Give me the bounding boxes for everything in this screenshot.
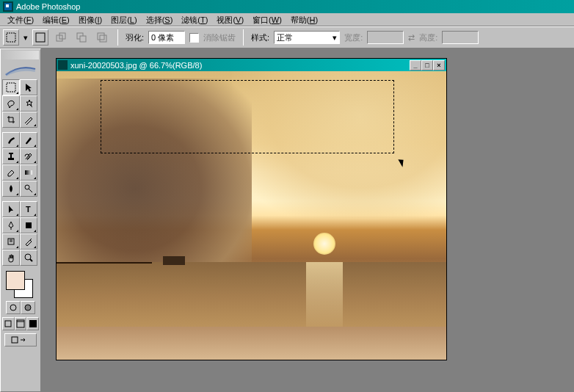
- eyedropper-tool[interactable]: [20, 233, 37, 250]
- eraser-tool[interactable]: [2, 164, 20, 181]
- divider: [117, 29, 118, 46]
- antialias-label: 消除锯齿: [203, 32, 236, 43]
- menu-filter[interactable]: 滤镜(T): [177, 13, 212, 26]
- current-tool-preview[interactable]: [3, 29, 19, 46]
- svg-rect-12: [8, 158, 14, 160]
- app-icon: [3, 1, 13, 12]
- antialias-checkbox: [189, 33, 199, 43]
- style-select[interactable]: 正常 ▾: [274, 31, 340, 44]
- path-select-tool[interactable]: [2, 201, 20, 217]
- menu-edit[interactable]: 编辑(E): [38, 13, 74, 26]
- svg-point-24: [10, 305, 16, 311]
- screen-menubar-button[interactable]: [15, 317, 27, 330]
- canvas-area: xuni-20020503.jpg @ 66.7%(RGB/8) _ □ ×: [41, 48, 574, 392]
- svg-point-25: [25, 305, 31, 311]
- svg-line-23: [30, 259, 32, 261]
- svg-rect-13: [9, 153, 13, 154]
- svg-rect-29: [29, 320, 37, 327]
- svg-rect-30: [12, 337, 18, 343]
- pen-tool[interactable]: [2, 217, 20, 233]
- lasso-tool[interactable]: [2, 95, 20, 112]
- minimize-button[interactable]: _: [410, 60, 421, 70]
- height-input: [442, 31, 479, 44]
- clone-stamp-tool[interactable]: [2, 148, 20, 164]
- style-value: 正常: [277, 32, 293, 43]
- toolbox-brush-preview: [2, 62, 39, 79]
- zoom-tool[interactable]: [20, 250, 37, 266]
- selection-new-button[interactable]: [32, 29, 48, 46]
- brush-tool[interactable]: [20, 132, 37, 148]
- foreground-color-swatch[interactable]: [6, 271, 25, 290]
- document-icon: [58, 60, 68, 70]
- width-input: [367, 31, 404, 44]
- svg-rect-1: [6, 4, 9, 7]
- document-titlebar[interactable]: xuni-20020503.jpg @ 66.7%(RGB/8) _ □ ×: [57, 59, 446, 71]
- gradient-tool[interactable]: [20, 164, 37, 181]
- selection-subtract-button[interactable]: [73, 29, 90, 46]
- image-content: [57, 327, 446, 360]
- quickmask-mode-button[interactable]: [21, 301, 35, 314]
- screen-standard-button[interactable]: [2, 317, 15, 330]
- jump-to-button[interactable]: [4, 333, 37, 346]
- healing-brush-tool[interactable]: [2, 132, 20, 148]
- close-button[interactable]: ×: [433, 60, 445, 70]
- crop-tool[interactable]: [2, 112, 20, 128]
- swap-wh-icon: ⇄: [408, 33, 415, 43]
- menu-image[interactable]: 图像(I): [74, 13, 106, 26]
- screen-full-button[interactable]: [26, 317, 39, 330]
- menu-view[interactable]: 视图(V): [212, 13, 248, 26]
- type-tool[interactable]: T: [20, 201, 37, 217]
- shape-tool[interactable]: [20, 217, 37, 233]
- menu-help[interactable]: 帮助(H): [286, 13, 322, 26]
- image-content: [306, 262, 343, 335]
- style-label: 样式:: [251, 32, 269, 43]
- image-content: [313, 233, 335, 255]
- image-content: [57, 262, 446, 335]
- options-bar: ▾ 羽化: 消除锯齿 样式: 正常 ▾ 宽度: ⇄ 高度:: [0, 26, 574, 48]
- image-content: [232, 71, 446, 218]
- menu-window[interactable]: 窗口(W): [248, 13, 286, 26]
- svg-rect-8: [98, 33, 104, 40]
- width-label: 宽度:: [344, 32, 363, 43]
- svg-rect-18: [26, 222, 32, 228]
- svg-line-16: [29, 189, 32, 192]
- menu-select[interactable]: 选择(S): [142, 13, 178, 26]
- move-tool[interactable]: [20, 79, 37, 95]
- svg-rect-2: [7, 33, 15, 42]
- svg-rect-7: [80, 36, 86, 42]
- standard-mode-button[interactable]: [6, 301, 21, 314]
- dropdown-arrow-icon: ▾: [333, 33, 337, 43]
- document-canvas[interactable]: [57, 71, 446, 360]
- image-content: [57, 262, 152, 264]
- document-title: xuni-20020503.jpg @ 66.7%(RGB/8): [70, 61, 202, 70]
- color-swatches: [2, 269, 39, 300]
- divider: [243, 29, 244, 46]
- dropdown-arrow-icon[interactable]: ▾: [23, 32, 28, 43]
- dodge-tool[interactable]: [20, 181, 37, 197]
- svg-rect-9: [100, 35, 106, 42]
- slice-tool[interactable]: [20, 112, 37, 128]
- selection-intersect-button[interactable]: [94, 29, 110, 46]
- toolbox-dragbar[interactable]: [2, 51, 39, 59]
- feather-input[interactable]: [148, 31, 185, 44]
- notes-tool[interactable]: [2, 233, 20, 250]
- svg-text:T: T: [26, 205, 31, 214]
- marquee-tool[interactable]: [2, 79, 20, 95]
- maximize-button[interactable]: □: [421, 60, 433, 70]
- blur-tool[interactable]: [2, 181, 20, 197]
- selection-add-button[interactable]: [53, 29, 69, 46]
- document-window: xuni-20020503.jpg @ 66.7%(RGB/8) _ □ ×: [56, 58, 447, 360]
- hand-tool[interactable]: [2, 250, 20, 266]
- svg-rect-26: [5, 321, 11, 327]
- image-content: [163, 256, 185, 265]
- svg-rect-10: [7, 83, 15, 92]
- menu-layer[interactable]: 图层(L): [106, 13, 141, 26]
- app-title: Adobe Photoshop: [16, 2, 80, 11]
- history-brush-tool[interactable]: [20, 148, 37, 164]
- svg-rect-14: [25, 170, 32, 175]
- app-titlebar: Adobe Photoshop: [0, 0, 574, 13]
- menu-file[interactable]: 文件(F): [3, 13, 38, 26]
- magic-wand-tool[interactable]: [20, 95, 37, 112]
- svg-point-22: [25, 254, 31, 260]
- height-label: 高度:: [419, 32, 437, 43]
